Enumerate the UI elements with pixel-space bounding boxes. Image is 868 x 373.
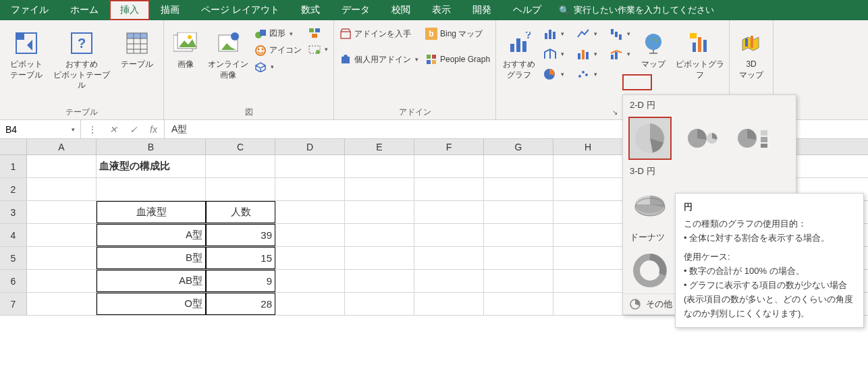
cell[interactable] — [414, 155, 484, 177]
cell[interactable]: 血液型の構成比 — [97, 155, 206, 177]
cell[interactable] — [27, 293, 97, 315]
pie-2d-exploded[interactable] — [681, 118, 722, 159]
cell[interactable] — [484, 247, 553, 269]
col-header-H[interactable]: H — [553, 139, 623, 154]
cell[interactable] — [275, 247, 345, 269]
cell[interactable] — [345, 155, 414, 177]
col-header-C[interactable]: C — [206, 139, 275, 154]
menu-draw[interactable]: 描画 — [150, 0, 190, 20]
cell[interactable]: B型 — [97, 247, 206, 269]
scatter-chart-button[interactable]: ▾ — [574, 66, 600, 82]
cell[interactable] — [484, 293, 553, 315]
menu-home[interactable]: ホーム — [59, 0, 109, 20]
cell[interactable] — [345, 178, 414, 200]
pie-chart-button[interactable]: ▾ — [541, 66, 567, 82]
cell[interactable] — [414, 224, 484, 246]
cell[interactable] — [484, 201, 553, 223]
menu-formulas[interactable]: 数式 — [290, 0, 331, 20]
cell[interactable]: 9 — [206, 270, 275, 292]
cell[interactable]: A型 — [97, 224, 206, 246]
pie-2d-basic[interactable] — [630, 118, 670, 159]
cell[interactable] — [27, 224, 97, 246]
cell[interactable] — [484, 155, 553, 177]
get-addins-button[interactable]: アドインを入手 — [337, 26, 421, 42]
cell[interactable] — [484, 224, 553, 246]
cell[interactable] — [275, 270, 345, 292]
cell[interactable]: AB型 — [97, 270, 206, 292]
cell[interactable]: 39 — [206, 224, 275, 246]
cell[interactable] — [553, 201, 623, 223]
cell[interactable] — [27, 201, 97, 223]
cell[interactable] — [206, 155, 275, 177]
cell[interactable] — [27, 270, 97, 292]
cell[interactable] — [414, 201, 484, 223]
cell[interactable] — [27, 178, 97, 200]
row-header[interactable]: 5 — [0, 247, 27, 269]
cell[interactable] — [27, 155, 97, 177]
cell[interactable] — [553, 224, 623, 246]
bing-maps-button[interactable]: b Bing マップ — [423, 26, 493, 42]
3d-models-button[interactable]: ▾ — [252, 59, 304, 74]
cell[interactable] — [345, 270, 414, 292]
statistic-chart-button[interactable]: ▾ — [574, 46, 600, 62]
shapes-button[interactable]: 図形▾ — [252, 26, 304, 41]
donut-chart[interactable] — [630, 250, 670, 291]
pie-2d-bar-of-pie[interactable] — [732, 118, 773, 159]
pivot-chart-button[interactable]: ピボットグラフ — [674, 26, 726, 82]
menu-view[interactable]: 表示 — [421, 0, 462, 20]
cell[interactable] — [553, 178, 623, 200]
waterfall-button[interactable]: ▾ — [607, 26, 633, 42]
menu-data[interactable]: データ — [331, 0, 381, 20]
cell[interactable] — [27, 247, 97, 269]
menu-review[interactable]: 校閲 — [381, 0, 421, 20]
tell-me-search[interactable]: 🔍 実行したい作業を入力してください — [552, 0, 721, 20]
recommended-charts-button[interactable]: ? おすすめ グラフ — [499, 26, 539, 82]
maps-button[interactable]: マップ — [634, 26, 672, 71]
pivot-table-button[interactable]: ピボット テーブル — [3, 26, 50, 82]
row-header[interactable]: 2 — [0, 178, 27, 200]
smartart-button[interactable] — [306, 26, 331, 40]
cell[interactable]: 人数 — [206, 201, 275, 223]
cell[interactable] — [553, 247, 623, 269]
cell[interactable] — [553, 155, 623, 177]
col-header-E[interactable]: E — [345, 139, 414, 154]
cell[interactable]: 血液型 — [97, 201, 206, 223]
recommended-pivot-button[interactable]: ? おすすめ ピボットテーブル — [51, 26, 112, 92]
cell[interactable]: 15 — [206, 247, 275, 269]
cell[interactable] — [97, 178, 206, 200]
menu-insert[interactable]: 挿入 — [109, 0, 150, 20]
column-chart-button[interactable]: ▾ — [541, 26, 567, 42]
col-header-G[interactable]: G — [484, 139, 553, 154]
icons-button[interactable]: アイコン — [252, 42, 304, 58]
cell[interactable] — [484, 178, 553, 200]
cell[interactable] — [275, 224, 345, 246]
col-header-D[interactable]: D — [275, 139, 345, 154]
online-images-button[interactable]: オンライン 画像 — [206, 26, 250, 82]
cell[interactable] — [345, 224, 414, 246]
cell[interactable] — [553, 270, 623, 292]
select-all-corner[interactable] — [0, 139, 27, 154]
combo-chart-button[interactable]: ▾ — [607, 46, 633, 62]
line-chart-button[interactable]: ▾ — [574, 26, 600, 42]
name-box[interactable]: B4 ▾ — [0, 120, 81, 138]
menu-help[interactable]: ヘルプ — [502, 0, 552, 20]
cell[interactable] — [345, 247, 414, 269]
col-header-B[interactable]: B — [97, 139, 206, 154]
menu-page-layout[interactable]: ページ レイアウト — [190, 0, 290, 20]
cell[interactable] — [275, 155, 345, 177]
cell[interactable] — [414, 270, 484, 292]
hierarchy-chart-button[interactable]: ▾ — [541, 46, 567, 62]
3d-map-button[interactable]: 3D マップ — [732, 26, 770, 82]
menu-developer[interactable]: 開発 — [462, 0, 502, 20]
enter-icon[interactable]: ✓ — [130, 124, 138, 135]
row-header[interactable]: 6 — [0, 270, 27, 292]
row-header[interactable]: 7 — [0, 293, 27, 315]
col-header-F[interactable]: F — [414, 139, 484, 154]
people-graph-button[interactable]: People Graph — [423, 51, 493, 67]
cell[interactable] — [206, 178, 275, 200]
cell[interactable] — [484, 270, 553, 292]
fx-icon[interactable]: fx — [150, 124, 157, 135]
menu-file[interactable]: ファイル — [0, 0, 59, 20]
cell[interactable] — [345, 293, 414, 315]
row-header[interactable]: 1 — [0, 155, 27, 177]
